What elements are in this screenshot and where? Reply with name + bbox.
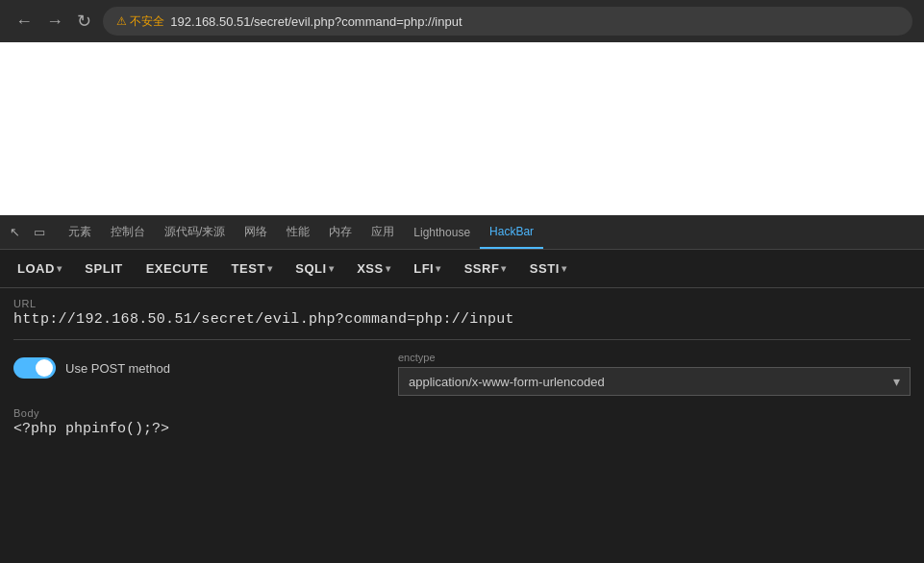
enctype-label: enctype xyxy=(398,352,911,363)
post-section: Use POST method enctype application/x-ww… xyxy=(13,352,911,396)
device-icon[interactable]: ▭ xyxy=(28,221,51,243)
xss-dropdown-arrow: ▾ xyxy=(386,263,391,274)
toggle-track xyxy=(13,357,56,379)
nav-buttons: ← → ↻ xyxy=(12,11,95,32)
lfi-dropdown-arrow: ▾ xyxy=(436,263,441,274)
tab-hackbar[interactable]: HackBar xyxy=(480,215,543,249)
url-label: URL xyxy=(13,298,911,309)
body-value[interactable]: <?php phpinfo();?> xyxy=(13,421,911,437)
body-label: Body xyxy=(13,407,911,419)
tab-performance[interactable]: 性能 xyxy=(277,215,319,249)
enctype-value: application/x-www-form-urlencoded xyxy=(409,375,605,389)
post-method-label: Use POST method xyxy=(65,361,170,376)
address-bar[interactable]: ⚠ 不安全 192.168.50.51/secret/evil.php?comm… xyxy=(103,7,912,36)
tab-network[interactable]: 网络 xyxy=(235,215,277,249)
xss-button[interactable]: XSS ▾ xyxy=(345,256,402,282)
devtools-panel: ↖ ▭ 元素 控制台 源代码/来源 网络 性能 内存 应用 Lighthouse… xyxy=(0,215,924,563)
enctype-select[interactable]: application/x-www-form-urlencoded ▾ xyxy=(398,367,911,396)
tab-elements[interactable]: 元素 xyxy=(59,215,101,249)
devtools-icons: ↖ ▭ xyxy=(4,221,51,243)
split-button[interactable]: SPLIT xyxy=(73,256,134,282)
url-value[interactable]: http://192.168.50.51/secret/evil.php?com… xyxy=(13,311,911,328)
security-warning: ⚠ 不安全 xyxy=(116,13,164,30)
tab-memory[interactable]: 内存 xyxy=(319,215,362,249)
post-method-toggle-area: Use POST method xyxy=(13,352,398,379)
load-dropdown-arrow: ▾ xyxy=(57,263,62,274)
sqli-button[interactable]: SQLI ▾ xyxy=(284,256,345,282)
tab-application[interactable]: 应用 xyxy=(362,215,404,249)
enctype-section: enctype application/x-www-form-urlencode… xyxy=(398,352,911,396)
post-method-toggle[interactable] xyxy=(13,357,56,379)
hackbar-toolbar: LOAD ▾ SPLIT EXECUTE TEST ▾ SQLI ▾ XSS ▾… xyxy=(0,250,924,288)
tab-console[interactable]: 控制台 xyxy=(101,215,155,249)
test-dropdown-arrow: ▾ xyxy=(267,263,273,274)
hackbar-body: URL http://192.168.50.51/secret/evil.php… xyxy=(0,288,924,563)
ssrf-button[interactable]: SSRF ▾ xyxy=(453,256,518,282)
url-divider xyxy=(13,339,911,340)
load-button[interactable]: LOAD ▾ xyxy=(6,256,73,282)
back-button[interactable]: ← xyxy=(12,11,37,32)
tab-sources[interactable]: 源代码/来源 xyxy=(155,215,235,249)
toggle-knob xyxy=(36,359,53,377)
devtools-tab-bar: ↖ ▭ 元素 控制台 源代码/来源 网络 性能 内存 应用 Lighthouse… xyxy=(0,215,924,250)
sqli-dropdown-arrow: ▾ xyxy=(329,263,335,274)
page-content xyxy=(0,42,924,215)
ssti-button[interactable]: SSTI ▾ xyxy=(518,256,578,282)
tab-lighthouse[interactable]: Lighthouse xyxy=(404,215,480,249)
browser-chrome: ← → ↻ ⚠ 不安全 192.168.50.51/secret/evil.ph… xyxy=(0,0,924,42)
test-button[interactable]: TEST ▾ xyxy=(220,256,285,282)
url-display: 192.168.50.51/secret/evil.php?command=ph… xyxy=(170,14,462,29)
url-section: URL http://192.168.50.51/secret/evil.php… xyxy=(13,298,911,328)
ssti-dropdown-arrow: ▾ xyxy=(562,263,567,274)
inspect-icon[interactable]: ↖ xyxy=(4,221,26,243)
execute-button[interactable]: EXECUTE xyxy=(135,256,220,282)
forward-button[interactable]: → xyxy=(42,11,67,32)
enctype-dropdown-arrow: ▾ xyxy=(893,374,900,389)
lfi-button[interactable]: LFI ▾ xyxy=(402,256,453,282)
body-section: Body <?php phpinfo();?> xyxy=(13,407,911,437)
reload-button[interactable]: ↻ xyxy=(73,11,95,32)
ssrf-dropdown-arrow: ▾ xyxy=(501,263,507,274)
